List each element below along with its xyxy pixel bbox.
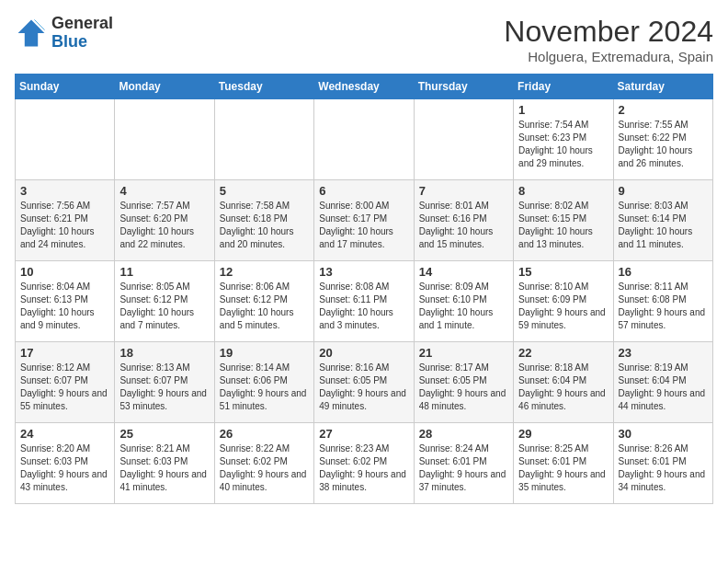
calendar-cell: 7Sunrise: 8:01 AM Sunset: 6:16 PM Daylig… xyxy=(414,180,513,261)
day-info: Sunrise: 8:08 AM Sunset: 6:11 PM Dayligh… xyxy=(319,281,408,332)
calendar-cell xyxy=(414,99,513,180)
day-number: 26 xyxy=(220,427,309,441)
day-number: 6 xyxy=(319,184,408,198)
title-block: November 2024 Holguera, Extremadura, Spa… xyxy=(504,15,713,64)
day-number: 13 xyxy=(319,265,408,279)
day-info: Sunrise: 8:19 AM Sunset: 6:04 PM Dayligh… xyxy=(619,362,708,413)
day-info: Sunrise: 8:26 AM Sunset: 6:01 PM Dayligh… xyxy=(619,442,708,494)
col-header-thursday: Thursday xyxy=(414,75,513,99)
day-number: 15 xyxy=(518,265,608,279)
day-number: 4 xyxy=(119,184,209,198)
day-number: 2 xyxy=(619,103,708,117)
day-info: Sunrise: 7:56 AM Sunset: 6:21 PM Dayligh… xyxy=(20,200,109,251)
location-subtitle: Holguera, Extremadura, Spain xyxy=(504,49,713,64)
day-info: Sunrise: 8:06 AM Sunset: 6:12 PM Dayligh… xyxy=(220,281,309,332)
day-number: 24 xyxy=(20,427,109,441)
calendar-cell: 2Sunrise: 7:55 AM Sunset: 6:22 PM Daylig… xyxy=(613,99,712,180)
calendar-cell: 18Sunrise: 8:13 AM Sunset: 6:07 PM Dayli… xyxy=(115,342,214,423)
day-info: Sunrise: 8:24 AM Sunset: 6:01 PM Dayligh… xyxy=(419,442,508,494)
calendar-cell: 9Sunrise: 8:03 AM Sunset: 6:14 PM Daylig… xyxy=(613,180,712,261)
calendar-cell: 29Sunrise: 8:25 AM Sunset: 6:01 PM Dayli… xyxy=(514,423,613,504)
day-number: 10 xyxy=(20,265,109,279)
day-info: Sunrise: 8:12 AM Sunset: 6:07 PM Dayligh… xyxy=(20,362,109,413)
calendar-cell: 19Sunrise: 8:14 AM Sunset: 6:06 PM Dayli… xyxy=(214,342,313,423)
day-info: Sunrise: 8:13 AM Sunset: 6:07 PM Dayligh… xyxy=(119,362,209,413)
calendar-cell: 24Sunrise: 8:20 AM Sunset: 6:03 PM Dayli… xyxy=(16,423,115,504)
page-header: General Blue November 2024 Holguera, Ext… xyxy=(15,15,713,64)
day-number: 16 xyxy=(619,265,708,279)
calendar-header: SundayMondayTuesdayWednesdayThursdayFrid… xyxy=(16,75,713,99)
calendar-cell xyxy=(115,99,214,180)
calendar-cell: 22Sunrise: 8:18 AM Sunset: 6:04 PM Dayli… xyxy=(514,342,613,423)
calendar-cell: 21Sunrise: 8:17 AM Sunset: 6:05 PM Dayli… xyxy=(414,342,513,423)
calendar-cell: 28Sunrise: 8:24 AM Sunset: 6:01 PM Dayli… xyxy=(414,423,513,504)
day-number: 5 xyxy=(220,184,309,198)
day-info: Sunrise: 7:55 AM Sunset: 6:22 PM Dayligh… xyxy=(619,119,708,170)
day-info: Sunrise: 7:57 AM Sunset: 6:20 PM Dayligh… xyxy=(119,200,209,251)
calendar-cell xyxy=(214,99,313,180)
day-info: Sunrise: 8:04 AM Sunset: 6:13 PM Dayligh… xyxy=(20,281,109,332)
col-header-friday: Friday xyxy=(514,75,613,99)
day-info: Sunrise: 8:05 AM Sunset: 6:12 PM Dayligh… xyxy=(119,281,209,332)
week-row-1: 3Sunrise: 7:56 AM Sunset: 6:21 PM Daylig… xyxy=(16,180,713,261)
calendar-cell: 23Sunrise: 8:19 AM Sunset: 6:04 PM Dayli… xyxy=(613,342,712,423)
calendar-cell: 27Sunrise: 8:23 AM Sunset: 6:02 PM Dayli… xyxy=(314,423,414,504)
day-info: Sunrise: 8:14 AM Sunset: 6:06 PM Dayligh… xyxy=(220,362,309,413)
day-number: 11 xyxy=(119,265,209,279)
day-number: 29 xyxy=(518,427,608,441)
day-info: Sunrise: 7:54 AM Sunset: 6:23 PM Dayligh… xyxy=(518,119,608,170)
calendar-cell: 4Sunrise: 7:57 AM Sunset: 6:20 PM Daylig… xyxy=(115,180,214,261)
day-number: 23 xyxy=(619,346,708,360)
month-title: November 2024 xyxy=(504,15,713,49)
day-number: 3 xyxy=(20,184,109,198)
day-number: 7 xyxy=(419,184,508,198)
day-number: 18 xyxy=(119,346,209,360)
calendar-cell: 25Sunrise: 8:21 AM Sunset: 6:03 PM Dayli… xyxy=(115,423,214,504)
col-header-tuesday: Tuesday xyxy=(214,75,313,99)
day-number: 22 xyxy=(518,346,608,360)
day-info: Sunrise: 8:22 AM Sunset: 6:02 PM Dayligh… xyxy=(220,442,309,494)
week-row-4: 24Sunrise: 8:20 AM Sunset: 6:03 PM Dayli… xyxy=(16,423,713,504)
calendar-cell: 1Sunrise: 7:54 AM Sunset: 6:23 PM Daylig… xyxy=(514,99,613,180)
calendar-cell: 5Sunrise: 7:58 AM Sunset: 6:18 PM Daylig… xyxy=(214,180,313,261)
day-info: Sunrise: 8:23 AM Sunset: 6:02 PM Dayligh… xyxy=(319,442,408,494)
day-info: Sunrise: 8:17 AM Sunset: 6:05 PM Dayligh… xyxy=(419,362,508,413)
day-info: Sunrise: 8:09 AM Sunset: 6:10 PM Dayligh… xyxy=(419,281,508,332)
calendar-body: 1Sunrise: 7:54 AM Sunset: 6:23 PM Daylig… xyxy=(16,99,713,504)
day-number: 8 xyxy=(518,184,608,198)
day-number: 19 xyxy=(220,346,309,360)
day-info: Sunrise: 8:16 AM Sunset: 6:05 PM Dayligh… xyxy=(319,362,408,413)
day-info: Sunrise: 8:10 AM Sunset: 6:09 PM Dayligh… xyxy=(518,281,608,332)
calendar-cell: 20Sunrise: 8:16 AM Sunset: 6:05 PM Dayli… xyxy=(314,342,414,423)
day-info: Sunrise: 8:02 AM Sunset: 6:15 PM Dayligh… xyxy=(518,200,608,251)
calendar-cell: 15Sunrise: 8:10 AM Sunset: 6:09 PM Dayli… xyxy=(514,261,613,342)
day-number: 27 xyxy=(319,427,408,441)
week-row-3: 17Sunrise: 8:12 AM Sunset: 6:07 PM Dayli… xyxy=(16,342,713,423)
col-header-saturday: Saturday xyxy=(613,75,712,99)
calendar-cell: 14Sunrise: 8:09 AM Sunset: 6:10 PM Dayli… xyxy=(414,261,513,342)
day-number: 20 xyxy=(319,346,408,360)
header-row: SundayMondayTuesdayWednesdayThursdayFrid… xyxy=(16,75,713,99)
logo: General Blue xyxy=(15,15,113,52)
day-number: 25 xyxy=(119,427,209,441)
calendar-cell: 13Sunrise: 8:08 AM Sunset: 6:11 PM Dayli… xyxy=(314,261,414,342)
calendar-cell: 3Sunrise: 7:56 AM Sunset: 6:21 PM Daylig… xyxy=(16,180,115,261)
col-header-wednesday: Wednesday xyxy=(314,75,414,99)
calendar-cell: 16Sunrise: 8:11 AM Sunset: 6:08 PM Dayli… xyxy=(613,261,712,342)
day-info: Sunrise: 8:18 AM Sunset: 6:04 PM Dayligh… xyxy=(518,362,608,413)
week-row-2: 10Sunrise: 8:04 AM Sunset: 6:13 PM Dayli… xyxy=(16,261,713,342)
week-row-0: 1Sunrise: 7:54 AM Sunset: 6:23 PM Daylig… xyxy=(16,99,713,180)
day-info: Sunrise: 8:20 AM Sunset: 6:03 PM Dayligh… xyxy=(20,442,109,494)
logo-general-text: General xyxy=(51,15,113,33)
calendar-cell: 30Sunrise: 8:26 AM Sunset: 6:01 PM Dayli… xyxy=(613,423,712,504)
day-info: Sunrise: 8:11 AM Sunset: 6:08 PM Dayligh… xyxy=(619,281,708,332)
day-number: 1 xyxy=(518,103,608,117)
calendar-cell xyxy=(314,99,414,180)
logo-icon xyxy=(15,17,48,50)
day-info: Sunrise: 8:00 AM Sunset: 6:17 PM Dayligh… xyxy=(319,200,408,251)
day-number: 30 xyxy=(619,427,708,441)
svg-marker-0 xyxy=(18,19,45,46)
day-number: 17 xyxy=(20,346,109,360)
day-info: Sunrise: 8:25 AM Sunset: 6:01 PM Dayligh… xyxy=(518,442,608,494)
day-info: Sunrise: 8:03 AM Sunset: 6:14 PM Dayligh… xyxy=(619,200,708,251)
